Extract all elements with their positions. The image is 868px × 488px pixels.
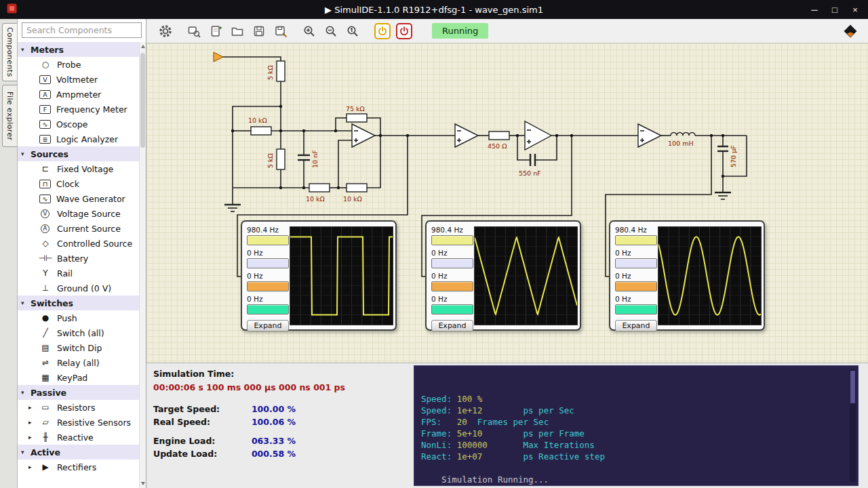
scope-ch4-button[interactable] <box>615 304 657 314</box>
scope-ch3-button[interactable] <box>247 281 289 291</box>
component-rectifiers[interactable]: ▸▶Rectifiers <box>18 460 139 474</box>
component-reactive[interactable]: ▸╫Reactive <box>18 430 139 445</box>
capacitor-c2[interactable] <box>530 154 535 166</box>
minimize-button[interactable]: ─ <box>804 1 825 18</box>
save-as-circuit-button[interactable] <box>271 22 290 41</box>
scope-expand-button[interactable]: Expand <box>615 320 657 331</box>
component-switch-dip[interactable]: ▤Switch Dip <box>18 340 139 355</box>
component-controlled-source[interactable]: ◇Controlled Source <box>18 236 139 251</box>
power-off-icon <box>398 25 410 37</box>
zoom-one-button[interactable] <box>343 22 362 41</box>
scrollbar-thumb[interactable] <box>850 371 855 403</box>
scope-ch3-button[interactable] <box>431 281 473 291</box>
component-current-source[interactable]: ACurrent Source <box>18 221 139 236</box>
circuit-canvas[interactable]: 5 kΩ 10 kΩ 75 kΩ 5 kΩ 10 nF 10 kΩ 10 kΩ … <box>146 43 868 363</box>
switch-dip-icon: ▤ <box>39 343 52 352</box>
component-ampmeter[interactable]: AAmpmeter <box>18 87 139 102</box>
component-logic-analyzer[interactable]: ≣Logic Analyzer <box>18 131 139 146</box>
scope-ch1-button[interactable] <box>615 235 657 245</box>
tab-file-explorer[interactable]: File explorer <box>2 85 17 147</box>
capacitor-c1[interactable] <box>298 155 310 160</box>
scrollbar-thumb[interactable] <box>140 53 145 148</box>
scope-ch1-frequency: 980.4 Hz <box>247 226 289 235</box>
resistor-r1[interactable] <box>277 61 285 81</box>
component-ground-0-v[interactable]: ⊥Ground (0 V) <box>18 281 139 296</box>
scroll-down-icon[interactable] <box>141 482 145 485</box>
title-bar[interactable]: ▶ SimulIDE-1.1.0 R1912+dfsg-1 - wave_gen… <box>0 0 868 19</box>
ground-symbol-2[interactable] <box>715 192 731 199</box>
scope-ch2-button[interactable] <box>431 258 473 268</box>
power-circuit-button[interactable] <box>374 23 391 39</box>
opamp-4[interactable] <box>638 124 661 147</box>
resistor-r3[interactable] <box>347 114 367 122</box>
component-voltmeter[interactable]: VVoltmeter <box>18 72 139 87</box>
component-resistive-sensors[interactable]: ▸▱Resistive Sensors <box>18 415 139 430</box>
component-push[interactable]: ●Push <box>18 310 139 325</box>
category-meters[interactable]: ▾Meters <box>18 42 139 57</box>
resistor-r5[interactable] <box>309 184 330 192</box>
new-circuit-button[interactable] <box>206 22 225 41</box>
resistor-r4[interactable] <box>277 149 285 169</box>
current-source-icon: A <box>41 224 50 233</box>
category-active[interactable]: ▾Active <box>18 445 139 460</box>
component-relay-all[interactable]: ⇌Relay (all) <box>18 355 139 370</box>
sidebar-scrollbar[interactable] <box>139 42 146 488</box>
component-tree: ▾Meters○ProbeVVoltmeterAAmpmeterFFrequen… <box>18 42 139 488</box>
component-probe[interactable]: ○Probe <box>18 57 139 72</box>
console-scrollbar[interactable] <box>850 369 856 482</box>
open-circuit-button[interactable] <box>228 22 247 41</box>
search-input[interactable] <box>22 22 142 38</box>
scope-ch1-button[interactable] <box>431 235 473 245</box>
component-wave-generator[interactable]: ∿Wave Generator <box>18 191 139 206</box>
scope-ch3-button[interactable] <box>615 281 657 291</box>
resistor-r2[interactable] <box>251 127 271 135</box>
save-circuit-button[interactable] <box>250 22 269 41</box>
probe-symbol[interactable] <box>214 52 223 62</box>
scope-expand-button[interactable]: Expand <box>247 320 289 331</box>
component-frequency-meter[interactable]: FFrequency Meter <box>18 102 139 117</box>
component-battery[interactable]: ⊣⊢Battery <box>18 251 139 266</box>
component-clock[interactable]: ⊓Clock <box>18 176 139 191</box>
component-rail[interactable]: YRail <box>18 266 139 281</box>
scope-ch4-button[interactable] <box>431 304 473 314</box>
oscilloscope-1[interactable]: 980.4 Hz 0 Hz 0 Hz 0 Hz Expand <box>241 220 397 331</box>
resistor-r7[interactable] <box>489 131 509 140</box>
settings-button[interactable] <box>156 22 175 41</box>
maximize-button[interactable]: □ <box>825 1 845 18</box>
opamp-3[interactable] <box>525 121 551 150</box>
controlled-source-icon: ◇ <box>39 239 52 248</box>
category-passive[interactable]: ▾Passive <box>18 385 139 400</box>
component-resistors[interactable]: ▸▭Resistors <box>18 400 139 415</box>
scope-expand-button[interactable]: Expand <box>431 320 473 331</box>
resistor-r6[interactable] <box>347 184 367 192</box>
opamp-2[interactable] <box>455 124 478 147</box>
tab-components[interactable]: Components <box>2 23 17 81</box>
zoom-in-icon <box>302 24 316 38</box>
component-keypad[interactable]: ▦KeyPad <box>18 370 139 385</box>
inductor-l1[interactable] <box>671 133 695 136</box>
sine-waveform <box>658 227 761 325</box>
category-sources[interactable]: ▾Sources <box>18 146 139 161</box>
oscilloscope-3[interactable]: 980.4 Hz 0 Hz 0 Hz 0 Hz Expand <box>609 220 765 331</box>
component-fixed-voltage[interactable]: ⊏Fixed Voltage <box>18 161 139 176</box>
scope-ch2-button[interactable] <box>247 258 289 268</box>
oscilloscope-2[interactable]: 980.4 Hz 0 Hz 0 Hz 0 Hz Expand <box>425 220 581 331</box>
app-logo-icon <box>6 3 18 17</box>
circuit-info-button[interactable] <box>184 22 203 41</box>
component-voltage-source[interactable]: VVoltage Source <box>18 206 139 221</box>
close-button[interactable]: × <box>845 1 865 18</box>
ground-symbol-1[interactable] <box>224 205 241 211</box>
component-switch-all[interactable]: ╱Switch (all) <box>18 325 139 340</box>
zoom-in-button[interactable] <box>300 22 319 41</box>
pause-simulation-button[interactable] <box>396 23 412 39</box>
scroll-up-icon[interactable] <box>141 45 145 48</box>
scope-ch1-button[interactable] <box>247 235 289 245</box>
right-panel-toggle-button[interactable] <box>841 22 860 41</box>
component-oscope[interactable]: ∿Oscope <box>18 117 139 131</box>
opamp-1[interactable] <box>352 124 375 147</box>
capacitor-c3[interactable] <box>717 146 728 151</box>
scope-ch2-button[interactable] <box>615 258 657 268</box>
scope-ch4-button[interactable] <box>247 304 289 314</box>
category-switches[interactable]: ▾Switches <box>18 296 139 310</box>
zoom-out-button[interactable] <box>321 22 340 41</box>
